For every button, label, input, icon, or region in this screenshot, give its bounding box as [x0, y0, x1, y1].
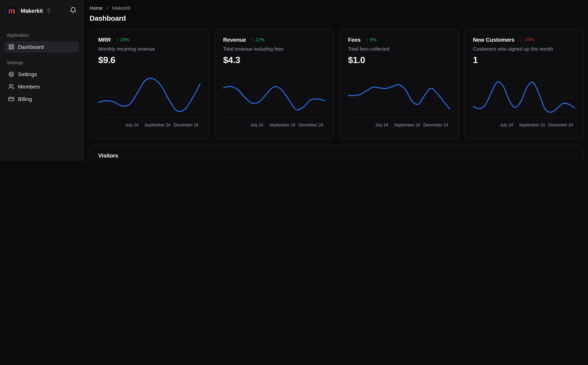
mrr-sparkline-chart	[98, 76, 200, 120]
stat-value: $9.6	[98, 55, 200, 65]
visitors-title: Visitors	[98, 152, 575, 159]
stat-title: MRR	[98, 36, 111, 43]
sidebar-item-label: Settings	[18, 71, 37, 77]
makerkit-logo: m	[6, 5, 17, 16]
stat-value: $1.0	[348, 55, 450, 65]
stat-change-badge: ↑12%	[252, 37, 264, 42]
chevrons-up-down-icon	[46, 8, 51, 13]
stat-title: New Customers	[473, 36, 514, 43]
new-customers-sparkline-chart	[473, 76, 575, 120]
sidebar-item-billing[interactable]: Billing	[5, 93, 79, 105]
workspace-name: Makerkit	[21, 7, 43, 14]
main-content: Home Makerkit Dashboard MRR ↑20% Monthly…	[84, 0, 588, 161]
stat-change-badge: ↑9%	[366, 37, 376, 42]
bell-icon	[70, 7, 76, 14]
x-axis-ticks: July 24 September 24 December 24	[98, 123, 200, 128]
stat-title: Revenue	[223, 36, 246, 43]
arrow-up-icon: ↑	[252, 37, 254, 42]
arrow-down-icon: ↓	[520, 37, 522, 42]
chevron-right-icon	[105, 6, 110, 10]
stat-change-value: 20%	[120, 37, 129, 42]
gear-icon	[8, 71, 14, 77]
stat-description: Customers who signed up this month	[473, 46, 575, 52]
stat-value: 1	[473, 55, 575, 65]
sidebar-item-settings[interactable]: Settings	[5, 69, 79, 80]
stat-card-fees: Fees ↑9% Total fees collected $1.0 July …	[339, 28, 459, 140]
arrow-up-icon: ↑	[117, 37, 119, 42]
stat-description: Monthly recurring revenue	[98, 46, 200, 52]
stat-change-badge: ↓-25%	[520, 37, 534, 42]
users-icon	[8, 84, 14, 90]
sidebar-item-dashboard[interactable]: Dashboard	[5, 41, 79, 52]
sidebar-item-label: Members	[18, 84, 40, 90]
stat-change-value: -25%	[524, 37, 534, 42]
stat-value: $4.3	[223, 55, 325, 65]
stat-description: Total fees collected	[348, 46, 450, 52]
sidebar-item-label: Billing	[18, 96, 32, 102]
stat-card-mrr: MRR ↑20% Monthly recurring revenue $9.6 …	[90, 28, 209, 140]
breadcrumb-current: Makerkit	[112, 5, 130, 11]
stat-card-new-customers: New Customers ↓-25% Customers who signed…	[464, 28, 583, 140]
stat-change-value: 12%	[255, 37, 264, 42]
x-axis-ticks: July 24 September 24 December 24	[473, 123, 575, 128]
fees-sparkline-chart	[348, 76, 450, 120]
stat-cards-row: MRR ↑20% Monthly recurring revenue $9.6 …	[90, 28, 583, 140]
x-axis-ticks: July 24 September 24 December 24	[223, 123, 325, 128]
revenue-sparkline-chart	[223, 76, 325, 120]
sidebar: m Makerkit Application Dashboard Setting…	[0, 0, 84, 161]
page-title: Dashboard	[90, 14, 583, 22]
sidebar-section-application: Application	[7, 33, 76, 38]
x-axis-ticks: July 24 September 24 December 24	[348, 123, 450, 128]
stat-title: Fees	[348, 36, 360, 43]
arrow-up-icon: ↑	[366, 37, 368, 42]
workspace-selector[interactable]: m Makerkit	[5, 0, 79, 21]
breadcrumb-home-link[interactable]: Home	[90, 5, 103, 11]
breadcrumb: Home Makerkit	[90, 5, 583, 11]
credit-card-icon	[8, 96, 14, 102]
sidebar-section-settings: Settings	[7, 60, 76, 65]
stat-change-value: 9%	[370, 37, 376, 42]
dashboard-icon	[8, 44, 14, 50]
stat-description: Total revenue including fees	[223, 46, 325, 52]
sidebar-item-members[interactable]: Members	[5, 81, 79, 92]
sidebar-item-label: Dashboard	[18, 44, 44, 50]
stat-change-badge: ↑20%	[117, 37, 129, 42]
dashboard-page: m Makerkit Application Dashboard Setting…	[0, 0, 588, 161]
notifications-button[interactable]	[69, 6, 77, 15]
stat-card-revenue: Revenue ↑12% Total revenue including fee…	[214, 28, 334, 140]
visitors-card: Visitors Showing total visitors for the …	[90, 144, 583, 161]
